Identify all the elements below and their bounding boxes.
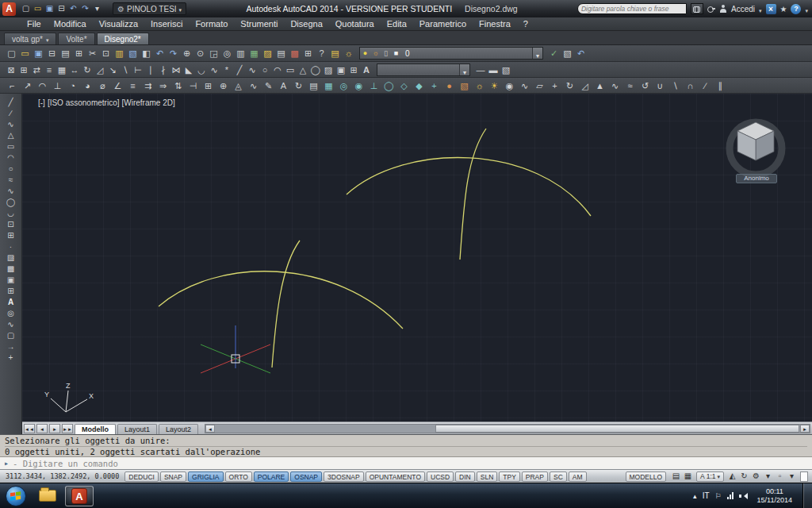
dim-angular-icon[interactable]: ∠ bbox=[110, 79, 125, 92]
chevron-down-icon[interactable] bbox=[532, 48, 542, 59]
dim-aligned-icon[interactable]: ↗ bbox=[20, 79, 35, 92]
status-toggle-griglia[interactable]: GRIGLIA bbox=[188, 471, 223, 482]
save-icon[interactable]: ▣ bbox=[32, 47, 45, 60]
pan-icon[interactable]: ⊕ bbox=[180, 47, 193, 60]
plot-preview-icon[interactable]: ▤ bbox=[59, 47, 72, 60]
sweep-icon[interactable]: ∿ bbox=[607, 79, 622, 92]
quick-dim-icon[interactable]: ≡ bbox=[125, 79, 140, 92]
infocenter-search[interactable] bbox=[577, 3, 687, 14]
viewport-visual-style-control[interactable]: [Wireframe 2D] bbox=[121, 98, 174, 107]
section-plane-icon[interactable]: ▱ bbox=[532, 79, 547, 92]
union-icon[interactable]: ∪ bbox=[653, 79, 668, 92]
publish-icon[interactable]: ⊞ bbox=[72, 47, 86, 60]
hatch-icon[interactable]: ▨ bbox=[322, 64, 335, 76]
paste-icon[interactable]: ▥ bbox=[113, 47, 126, 60]
slice-icon[interactable]: ∕ bbox=[698, 79, 713, 92]
dim-diameter-icon[interactable]: ⌀ bbox=[95, 79, 110, 92]
ellipse-icon[interactable]: ◯ bbox=[4, 197, 18, 208]
scrollbar-thumb[interactable] bbox=[435, 425, 799, 433]
copy-icon[interactable]: ⊞ bbox=[17, 64, 30, 76]
annotation-visibility-icon[interactable]: ◭ bbox=[726, 470, 738, 483]
new-file-icon[interactable]: ▢ bbox=[20, 2, 32, 15]
status-toggle-din[interactable]: DIN bbox=[455, 471, 475, 482]
layout-nav-prev[interactable]: ◄ bbox=[36, 424, 48, 433]
status-toggle-osnap[interactable]: OSNAP bbox=[290, 471, 322, 482]
circle-icon[interactable]: ○ bbox=[4, 164, 18, 175]
dim-linear-icon[interactable]: ⌐ bbox=[5, 79, 20, 92]
status-toggle-deduci[interactable]: DEDUCI bbox=[124, 471, 159, 482]
layer-unlock-icon[interactable]: ▯ bbox=[381, 47, 391, 60]
command-input-row[interactable]: ▸ - Digitare un comando bbox=[0, 456, 812, 469]
start-button[interactable] bbox=[6, 486, 26, 506]
dim-space-icon[interactable]: ⇅ bbox=[170, 79, 186, 92]
materials-icon[interactable]: ▧ bbox=[457, 79, 472, 92]
trim-icon[interactable]: ∖ bbox=[119, 64, 132, 76]
rectangle-icon[interactable]: ▭ bbox=[284, 64, 297, 76]
zoom-previous-icon[interactable]: ◎ bbox=[220, 47, 234, 60]
menu-help[interactable]: ? bbox=[517, 17, 534, 31]
rotate-3d-icon[interactable]: ↻ bbox=[562, 79, 577, 92]
menu-disegna[interactable]: Disegna bbox=[284, 17, 328, 31]
subtract-icon[interactable]: ∖ bbox=[668, 79, 683, 92]
camera-icon[interactable]: ◉ bbox=[502, 79, 517, 92]
offset-icon[interactable]: ≡ bbox=[43, 64, 56, 76]
arc-icon[interactable]: ◠ bbox=[271, 64, 284, 76]
file-tab-volta-gp[interactable]: volta gp* bbox=[4, 33, 56, 44]
show-hidden-icons[interactable]: ▴ bbox=[693, 492, 697, 500]
region-icon[interactable]: ▣ bbox=[335, 64, 347, 76]
match-properties-icon[interactable]: ▧ bbox=[126, 47, 140, 60]
layer-states-manager-icon[interactable]: ☼ bbox=[342, 47, 355, 60]
redo-icon[interactable]: ↷ bbox=[167, 47, 180, 60]
line-icon[interactable]: ╱ bbox=[233, 64, 246, 76]
coordinates-readout[interactable]: 3112.3434, 1382.2492, 0.0000 bbox=[0, 472, 124, 480]
chevron-down-icon[interactable] bbox=[459, 64, 469, 75]
move-icon[interactable]: ↔ bbox=[68, 64, 81, 76]
add-selected-icon[interactable]: + bbox=[4, 352, 18, 364]
help-icon[interactable]: ? bbox=[315, 47, 328, 60]
region-icon[interactable]: ▣ bbox=[4, 275, 18, 286]
workspace-gear-icon[interactable]: ⚙ bbox=[750, 470, 762, 483]
render-icon[interactable]: ● bbox=[442, 79, 457, 92]
favorites-star-icon[interactable]: ★ bbox=[780, 5, 787, 13]
tolerance-icon[interactable]: ⊞ bbox=[201, 79, 216, 92]
model-space-canvas[interactable]: [-][ISO assonometrico][Wireframe 2D] X Y… bbox=[22, 94, 812, 421]
lights-icon[interactable]: ☼ bbox=[472, 79, 487, 92]
plot-icon[interactable]: ⊟ bbox=[56, 2, 67, 15]
revision-cloud-icon[interactable]: ≈ bbox=[4, 175, 18, 186]
open-file-icon[interactable]: ▭ bbox=[32, 2, 44, 15]
extrude-icon[interactable]: ▲ bbox=[592, 79, 607, 92]
scroll-right-arrow-icon[interactable]: ► bbox=[800, 425, 810, 433]
autocad-logo-icon[interactable]: A bbox=[2, 2, 16, 16]
break-at-point-icon[interactable]: ∣ bbox=[144, 64, 157, 76]
status-toggle-am[interactable]: AM bbox=[569, 471, 587, 482]
layer-match-icon[interactable]: ▧ bbox=[561, 47, 574, 60]
table-icon[interactable]: ⊞ bbox=[4, 286, 18, 297]
drawing-arc-2[interactable] bbox=[272, 241, 300, 368]
layer-on-bulb-icon[interactable]: ● bbox=[360, 47, 370, 60]
menu-formato[interactable]: Formato bbox=[189, 17, 234, 31]
dim-style-icon[interactable]: ▤ bbox=[306, 79, 321, 92]
horizontal-scrollbar[interactable]: ◄ ► bbox=[205, 424, 810, 433]
join-icon[interactable]: ⋈ bbox=[170, 64, 182, 76]
circle-icon[interactable]: ○ bbox=[259, 64, 271, 76]
language-indicator[interactable]: IT bbox=[703, 491, 710, 500]
dim-ordinate-icon[interactable]: ⊥ bbox=[50, 79, 65, 92]
menu-inserisci[interactable]: Inserisci bbox=[144, 17, 189, 31]
quick-view-drawings-icon[interactable]: ▦ bbox=[682, 470, 694, 483]
dim-inspect-icon[interactable]: ◬ bbox=[231, 79, 246, 92]
file-tab-volte[interactable]: Volte* bbox=[58, 33, 94, 44]
status-toggle-sc[interactable]: SC bbox=[550, 471, 567, 482]
dim-break-icon[interactable]: ⊣ bbox=[186, 79, 201, 92]
scroll-left-arrow-icon[interactable]: ◄ bbox=[205, 425, 215, 433]
viewcube-workspace-button[interactable]: Anonimo bbox=[736, 174, 777, 183]
mtext-icon[interactable]: A bbox=[4, 297, 18, 308]
command-window[interactable]: Selezionare gli oggetti da unire:0 ogget… bbox=[0, 434, 812, 469]
open-file-icon[interactable]: ▭ bbox=[18, 47, 32, 60]
mirror-icon[interactable]: ⇄ bbox=[30, 64, 43, 76]
linetype-control-icon[interactable]: — bbox=[474, 64, 487, 76]
search-button[interactable] bbox=[691, 3, 703, 14]
polygon-icon[interactable]: △ bbox=[4, 130, 18, 141]
quick-view-layouts-icon[interactable]: ▤ bbox=[670, 470, 682, 483]
dim-jogged-icon[interactable]: ◕ bbox=[80, 79, 95, 92]
dim-arc-length-icon[interactable]: ◠ bbox=[35, 79, 50, 92]
